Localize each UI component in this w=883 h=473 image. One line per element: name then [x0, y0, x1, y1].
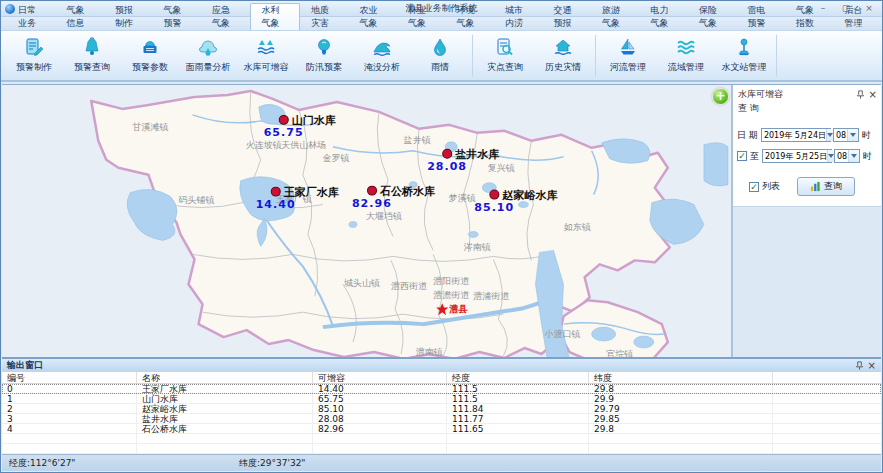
reservoir-value-label: 65.75	[264, 126, 304, 139]
output-window: 输出窗口 × 编号名称可增容经度纬度0王家厂水库14.40111.529.81山…	[2, 357, 881, 454]
list-checkbox[interactable]: ✓	[749, 182, 759, 192]
town-label-如东镇: 如东镇	[563, 222, 591, 232]
table-cell: 1	[2, 394, 137, 403]
table-row-2[interactable]: 2赵家峪水库85.10111.8429.79	[2, 404, 881, 414]
window-title: 澧县业务制作系统	[1, 2, 882, 15]
status-longitude: 经度:112°6'27"	[9, 457, 239, 470]
minimize-button[interactable]: –	[813, 3, 833, 15]
table-row-3[interactable]: 3盐井水库28.08111.7729.85	[2, 414, 881, 424]
reservoir-value-label: 85.10	[474, 201, 514, 214]
history-disaster-icon	[552, 36, 574, 58]
town-label-澧西街道: 澧西街道	[391, 281, 427, 291]
reservoir-dot-icon[interactable]	[443, 149, 452, 158]
pin-icon[interactable]	[855, 361, 864, 370]
table-cell: 石公桥水库	[137, 424, 313, 433]
panel-close-icon[interactable]: ×	[869, 90, 877, 99]
toolbar-button-流域管理[interactable]: 流域管理	[657, 33, 715, 79]
toolbar-button-灾点查询[interactable]: 灾点查询	[476, 33, 534, 79]
chevron-down-icon[interactable]	[847, 129, 858, 141]
menu-tab-bar: 日常业务气象信息预报制作气象预警应急气象水利气象地质灾害农业气象林业气象环境气象…	[1, 17, 882, 31]
table-cell: 65.75	[313, 394, 447, 403]
table-row-empty-0[interactable]	[2, 434, 881, 444]
table-cell: 111.84	[447, 404, 589, 413]
toolbar-button-历史灾情[interactable]: 历史灾情	[534, 33, 592, 79]
town-label-码头铺镇: 码头铺镇	[179, 195, 215, 205]
toolbar-button-预警参数[interactable]: 预警参数	[121, 33, 179, 79]
town-label-澧南镇: 澧南镇	[416, 347, 443, 357]
town-label-复兴镇: 复兴镇	[488, 163, 515, 173]
reservoir-dot-icon[interactable]	[490, 190, 499, 199]
town-label-涔南镇: 涔南镇	[464, 242, 491, 252]
table-header-row: 编号名称可增容经度纬度	[2, 372, 881, 384]
town-label-盐井镇: 盐井镇	[404, 135, 431, 145]
toolbar-separator	[472, 35, 473, 77]
output-close-icon[interactable]: ×	[868, 361, 876, 370]
close-button[interactable]: ×	[859, 3, 879, 15]
hour-suffix-label: 时	[862, 129, 871, 142]
flood-wave-icon	[371, 36, 393, 58]
table-row-4[interactable]: 4石公桥水库82.96111.6529.8	[2, 424, 881, 434]
title-bar: 澧县业务制作系统 – ▢ ×	[1, 1, 882, 17]
town-label-澧澹街道: 澧澹街道	[433, 290, 469, 300]
toolbar-button-面雨量分析[interactable]: 面雨量分析	[179, 33, 237, 79]
table-cell: 85.10	[313, 404, 447, 413]
table-cell: 82.96	[313, 424, 447, 433]
reservoir-dot-icon[interactable]	[271, 187, 280, 196]
toolbar-button-水库可增容[interactable]: 水库可增容	[237, 33, 295, 79]
town-label-小渡口镇: 小渡口镇	[544, 329, 581, 339]
status-bar: 经度:112°6'27" 纬度:29°37'32"	[2, 454, 881, 471]
to-label: 至	[750, 150, 759, 163]
river-sailboat-icon	[617, 36, 639, 58]
toolbar-button-预警制作[interactable]: 预警制作	[5, 33, 63, 79]
town-label-大堰垱镇: 大堰垱镇	[366, 211, 402, 221]
column-header: 经度	[447, 372, 589, 383]
toolbar-button-河流管理[interactable]: 河流管理	[599, 33, 657, 79]
chevron-down-icon[interactable]	[848, 150, 859, 162]
output-table: 编号名称可增容经度纬度0王家厂水库14.40111.529.81山门水库65.7…	[2, 372, 881, 464]
table-cell	[2, 444, 137, 453]
table-cell: 29.79	[589, 404, 773, 413]
reservoir-value-label: 28.08	[427, 160, 467, 173]
query-button[interactable]: 查询	[797, 177, 855, 196]
to-hour-combobox[interactable]: 08	[834, 149, 860, 163]
pin-icon[interactable]	[856, 90, 865, 99]
query-section-label: 查 询	[733, 101, 881, 121]
table-row-empty-1[interactable]	[2, 444, 881, 454]
hydro-station-icon	[733, 36, 755, 58]
toolbar-button-雨情[interactable]: 雨情	[411, 33, 469, 79]
basin-waves-icon	[675, 36, 697, 58]
to-date-checkbox[interactable]: ✓	[737, 151, 747, 161]
reservoir-value-label: 14.40	[256, 198, 296, 211]
table-cell: 111.77	[447, 414, 589, 423]
query-chart-icon	[810, 181, 821, 192]
map-zoom-in-button[interactable]: +	[712, 88, 729, 105]
reservoir-dot-icon[interactable]	[368, 186, 377, 195]
warn-edit-icon	[23, 36, 45, 58]
toolbar-button-防汛预案[interactable]: 防汛预案	[295, 33, 353, 79]
table-cell-filler	[773, 414, 881, 423]
table-cell-filler	[773, 424, 881, 433]
table-row-1[interactable]: 1山门水库65.75111.529.9	[2, 394, 881, 404]
rain-analysis-icon	[197, 36, 219, 58]
table-cell	[589, 434, 773, 443]
table-cell	[137, 444, 313, 453]
table-cell-filler	[773, 444, 881, 453]
table-row-0[interactable]: 0王家厂水库14.40111.529.8	[2, 384, 881, 394]
reservoir-value-label: 82.96	[352, 197, 392, 210]
table-cell	[447, 444, 589, 453]
toolbar-button-水文站管理[interactable]: 水文站管理	[715, 33, 773, 79]
maximize-button[interactable]: ▢	[836, 3, 856, 15]
reservoir-capacity-icon	[255, 36, 277, 58]
table-cell-filler	[773, 394, 881, 403]
county-map: 甘溪滩镇火连坡镇天供山林场金罗镇盐井镇复兴镇码头铺镇王家厂镇梦溪镇大堰垱镇如东镇…	[2, 85, 731, 361]
column-header: 编号	[2, 372, 137, 383]
panel-title: 水库可增容	[738, 88, 856, 101]
table-cell: 赵家峪水库	[137, 404, 313, 413]
from-date-combobox[interactable]: 2019年 5月24日	[761, 128, 831, 142]
reservoir-dot-icon[interactable]	[279, 115, 288, 124]
from-hour-combobox[interactable]: 08	[833, 128, 859, 142]
map-canvas[interactable]: 甘溪滩镇火连坡镇天供山林场金罗镇盐井镇复兴镇码头铺镇王家厂镇梦溪镇大堰垱镇如东镇…	[2, 85, 731, 361]
toolbar-button-预警查询[interactable]: 预警查询	[63, 33, 121, 79]
toolbar-button-淹没分析[interactable]: 淹没分析	[353, 33, 411, 79]
to-date-combobox[interactable]: 2019年 5月25日	[762, 149, 832, 163]
